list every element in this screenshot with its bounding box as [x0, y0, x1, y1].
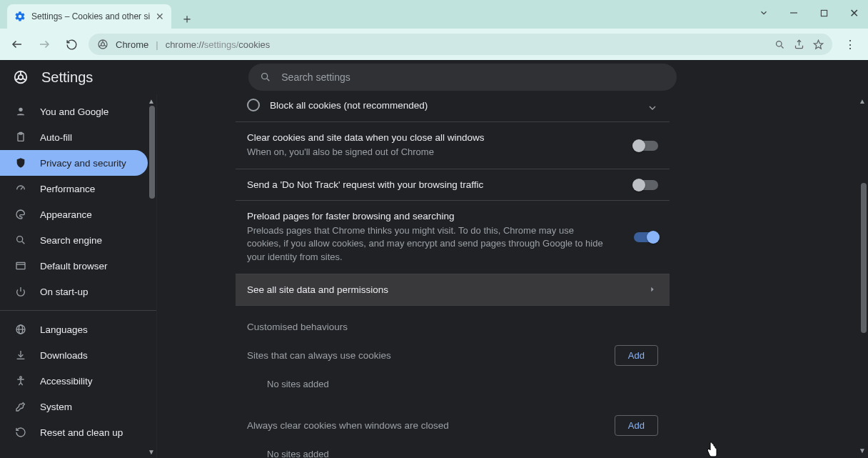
option-subtitle: Preloads pages that Chrome thinks you mi…	[247, 224, 604, 264]
option-label: Block all cookies (not recommended)	[270, 100, 428, 111]
sidebar-item-system[interactable]: System	[0, 394, 148, 419]
nav-see-all-site-data[interactable]: See all site data and permissions	[236, 274, 670, 306]
share-icon[interactable]	[794, 39, 804, 50]
scroll-up-icon[interactable]: ▲	[858, 97, 867, 106]
sidebar-item-search-engine[interactable]: Search engine	[0, 227, 148, 253]
secure-chrome-icon	[97, 39, 108, 50]
sidebar-divider	[0, 310, 156, 311]
zoom-icon[interactable]	[774, 39, 785, 50]
scroll-down-icon[interactable]: ▼	[148, 448, 155, 455]
content-scrollbar[interactable]: ▲ ▼	[858, 97, 867, 455]
option-preload-pages: Preload pages for faster browsing and se…	[236, 200, 670, 274]
sidebar-item-accessibility[interactable]: Accessibility	[0, 368, 148, 394]
row-always-clear: Always clear cookies when windows are cl…	[236, 408, 670, 443]
sidebar-scrollbar[interactable]: ▲ ▼	[148, 97, 155, 455]
behaviour-title: Always clear cookies when windows are cl…	[247, 420, 449, 431]
scrollbar-thumb[interactable]	[861, 183, 867, 333]
sidebar-item-reset-and-clean-up[interactable]: Reset and clean up	[0, 419, 148, 445]
url-path: chrome://settings/cookies	[166, 39, 767, 50]
svg-line-16	[16, 79, 19, 80]
sidebar-item-label: You and Google	[40, 106, 108, 117]
svg-point-18	[262, 74, 268, 79]
svg-line-17	[23, 79, 26, 80]
forward-button[interactable]	[34, 34, 54, 54]
page-title: Settings	[41, 69, 93, 86]
maximize-button[interactable]	[814, 4, 834, 21]
sidebar-item-you-and-google[interactable]: You and Google	[0, 99, 148, 124]
search-placeholder: Search settings	[281, 71, 350, 83]
svg-point-14	[19, 75, 23, 79]
add-button[interactable]: Add	[615, 415, 658, 436]
sidebar-item-performance[interactable]: Performance	[0, 176, 148, 201]
section-header-customised: Customised behaviours	[236, 306, 670, 338]
sidebar-item-label: Default browser	[40, 261, 108, 272]
option-subtitle: When on, you'll also be signed out of Ch…	[247, 146, 604, 159]
option-title: Clear cookies and site data when you clo…	[247, 132, 658, 143]
row-sites-always-use: Sites that can always use cookies Add	[236, 338, 670, 373]
url-separator: |	[156, 39, 158, 50]
sidebar-item-label: Accessibility	[40, 376, 93, 387]
tab-strip: Settings – Cookies and other site ✕ ＋ ✕	[0, 0, 868, 29]
toggle-clear-on-close[interactable]	[634, 141, 658, 151]
add-button[interactable]: Add	[615, 345, 658, 366]
settings-content: Block all cookies (not recommended) Clea…	[157, 94, 868, 458]
svg-line-10	[781, 46, 783, 48]
svg-line-25	[22, 242, 24, 244]
browser-window-chrome: Settings – Cookies and other site ✕ ＋ ✕	[0, 0, 868, 60]
scroll-up-icon[interactable]: ▲	[148, 97, 155, 104]
cursor-pointer-icon	[705, 442, 720, 458]
radio-unchecked-icon[interactable]	[247, 99, 260, 111]
empty-state-text: No sites added	[236, 373, 670, 401]
sidebar-item-languages[interactable]: Languages	[0, 317, 148, 342]
sidebar-item-on-start-up[interactable]: On start-up	[0, 279, 148, 304]
sidebar-item-label: Reset and clean up	[40, 427, 123, 438]
sidebar-item-privacy-and-security[interactable]: Privacy and security	[0, 150, 148, 176]
clipboard-icon	[14, 131, 27, 144]
minimize-button[interactable]	[784, 4, 804, 21]
behaviour-title: Sites that can always use cookies	[247, 350, 391, 361]
settings-app: Settings Search settings You and Google	[0, 60, 868, 458]
bookmark-icon[interactable]	[813, 39, 824, 50]
chevron-down-icon[interactable]	[754, 4, 774, 21]
chevron-down-icon[interactable]	[640, 95, 665, 121]
search-icon	[260, 71, 271, 83]
sidebar-item-label: Downloads	[40, 350, 88, 361]
wrench-icon	[14, 400, 27, 413]
search-settings-input[interactable]: Search settings	[248, 64, 677, 91]
svg-point-9	[777, 41, 782, 46]
address-bar[interactable]: Chrome | chrome://settings/cookies	[89, 34, 832, 55]
toggle-do-not-track[interactable]	[634, 180, 658, 190]
sidebar-item-downloads[interactable]: Downloads	[0, 342, 148, 368]
close-icon[interactable]: ✕	[156, 11, 164, 22]
svg-rect-1	[821, 10, 827, 16]
nav-label: See all site data and permissions	[247, 284, 388, 295]
browser-toolbar: Chrome | chrome://settings/cookies ⋮	[0, 29, 868, 60]
person-icon	[14, 105, 27, 118]
sidebar-item-label: Performance	[40, 184, 95, 194]
url-origin: Chrome	[116, 39, 148, 50]
sidebar-item-default-browser[interactable]: Default browser	[0, 253, 148, 279]
scroll-down-icon[interactable]: ▼	[858, 447, 867, 455]
download-icon	[14, 349, 27, 362]
svg-line-8	[104, 45, 106, 46]
settings-sidebar: You and Google Auto-fill Privacy and sec…	[0, 94, 157, 458]
sidebar-item-label: On start-up	[40, 287, 89, 297]
option-title: Send a 'Do Not Track' request with your …	[247, 179, 658, 190]
toggle-preload[interactable]	[634, 232, 658, 242]
browser-tab[interactable]: Settings – Cookies and other site ✕	[7, 4, 171, 29]
option-block-all-cookies[interactable]: Block all cookies (not recommended)	[236, 94, 670, 121]
svg-point-34	[20, 377, 22, 379]
new-tab-button[interactable]: ＋	[177, 9, 197, 29]
svg-point-24	[17, 237, 23, 242]
tab-title: Settings – Cookies and other site	[31, 11, 150, 21]
window-close-button[interactable]: ✕	[844, 4, 864, 21]
globe-icon	[14, 323, 27, 336]
sidebar-item-appearance[interactable]: Appearance	[0, 201, 148, 227]
sidebar-item-label: Auto-fill	[40, 132, 72, 143]
kebab-menu-icon[interactable]: ⋮	[839, 38, 861, 51]
scrollbar-thumb[interactable]	[149, 106, 155, 199]
sidebar-item-auto-fill[interactable]: Auto-fill	[0, 124, 148, 150]
svg-point-5	[101, 43, 105, 46]
back-button[interactable]	[7, 34, 27, 54]
reload-button[interactable]	[61, 34, 81, 54]
